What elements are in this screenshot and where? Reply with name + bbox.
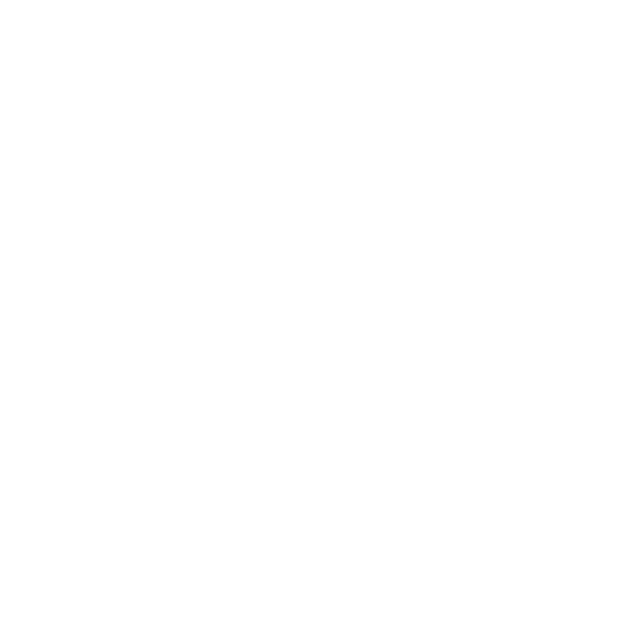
bottleneck-chart [0,0,644,644]
chart-container [0,0,644,644]
